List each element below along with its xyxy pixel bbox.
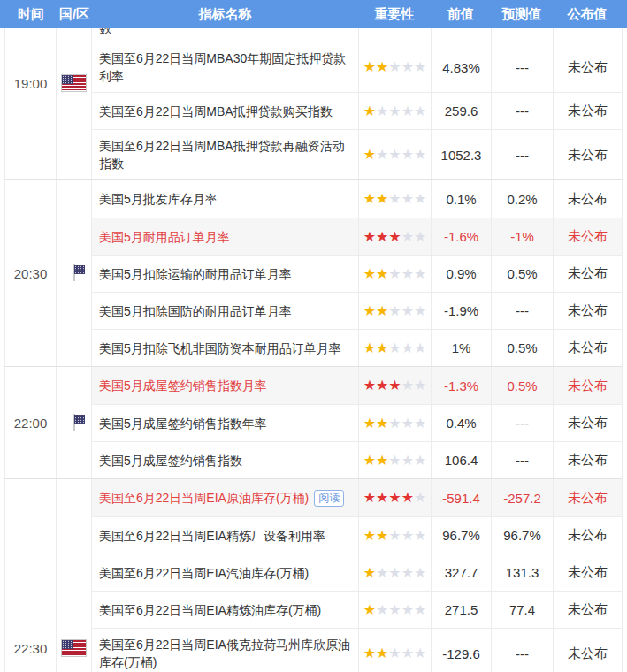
published-value-cell: 未公布: [553, 367, 622, 404]
star-icon: ★: [376, 341, 388, 355]
indicator-row[interactable]: 美国至6月22日当周MBA抵押贷款再融资活动指数★★★★★1052.3---未公…: [92, 129, 622, 179]
star-icon: ★: [388, 230, 401, 244]
previous-value: -591.4: [442, 491, 480, 506]
previous-value: -1.3%: [444, 378, 478, 393]
published-value: 未公布: [568, 564, 608, 581]
indicator-label: 美国至6月22日当周EIA汽油库存(万桶): [99, 564, 309, 582]
published-value-cell: 未公布: [553, 330, 622, 366]
star-icon: ★: [376, 416, 388, 431]
indicator-row[interactable]: 美国至6月22日当周MBA抵押贷款购买指数★★★★★259.6---未公布: [92, 92, 622, 129]
indicator-name-cell: 美国至6月22日当周EIA精炼厂设备利用率: [92, 517, 358, 554]
published-value-cell: 未公布: [553, 442, 622, 478]
indicator-rows: 数美国至6月22日当周MBA30年期固定抵押贷款利率★★★★★4.83%---未…: [92, 28, 622, 179]
star-icon: ★: [414, 267, 426, 281]
previous-value-cell: 0.9%: [431, 256, 491, 292]
indicator-row: 数: [92, 28, 622, 42]
published-value-cell: 未公布: [553, 93, 622, 129]
published-value: 未公布: [568, 191, 608, 208]
indicator-row[interactable]: 美国至6月22日当周MBA30年期固定抵押贷款利率★★★★★4.83%---未公…: [92, 42, 622, 92]
us-flag-icon: [73, 264, 75, 281]
star-icon: ★: [376, 566, 388, 580]
forecast-value: -257.2: [503, 491, 541, 506]
importance-stars: ★★★★★: [358, 180, 431, 218]
indicator-label: 美国至6月22日当周MBA抵押贷款再融资活动指数: [99, 137, 355, 172]
star-icon: ★: [401, 341, 414, 355]
star-icon: ★: [363, 416, 376, 431]
indicator-row[interactable]: 美国5月成屋签约销售指数月率★★★★★-1.3%0.5%未公布: [92, 367, 622, 404]
previous-value: 96.7%: [442, 528, 480, 543]
star-icon: ★: [376, 192, 388, 206]
col-header-country: 国/区: [57, 6, 92, 23]
indicator-row[interactable]: 美国5月扣除飞机非国防资本耐用品订单月率★★★★★1%0.5%未公布: [92, 329, 622, 366]
star-icon: ★: [376, 148, 388, 162]
indicator-row[interactable]: 美国至6月22日当周EIA汽油库存(万桶)★★★★★327.7131.3未公布: [92, 554, 622, 591]
read-badge[interactable]: 阅读: [314, 490, 344, 507]
indicator-label: 数: [99, 28, 111, 37]
time-group: 20:30美国5月批发库存月率★★★★★0.1%0.2%未公布美国5月耐用品订单…: [5, 179, 622, 366]
indicator-name-cell: 美国至6月22日当周EIA俄克拉荷马州库欣原油库存(万桶): [92, 629, 358, 672]
star-icon: ★: [388, 192, 401, 206]
star-icon: ★: [414, 148, 426, 162]
previous-value: -1.9%: [444, 303, 478, 318]
importance-stars: ★★★★★: [358, 517, 431, 554]
star-icon: ★: [401, 646, 414, 661]
star-icon: ★: [363, 148, 376, 162]
indicator-row[interactable]: 美国5月批发库存月率★★★★★0.1%0.2%未公布: [92, 180, 622, 218]
importance-stars: ★★★★★: [358, 554, 431, 591]
col-header-published: 公布值: [553, 6, 622, 23]
star-icon: ★: [376, 230, 388, 244]
star-icon: ★: [376, 267, 388, 281]
indicator-rows: 美国5月成屋签约销售指数月率★★★★★-1.3%0.5%未公布美国5月成屋签约销…: [92, 367, 622, 478]
economic-calendar-table: 时间 国/区 指标名称 重要性 前值 预测值 公布值 19:00数美国至6月22…: [0, 0, 627, 672]
indicator-row[interactable]: 美国5月成屋签约销售指数年率★★★★★0.4%---未公布: [92, 404, 622, 441]
indicator-row[interactable]: 美国至6月22日当周EIA原油库存(万桶)阅读★★★★★-591.4-257.2…: [92, 479, 622, 516]
indicator-name-cell: 美国至6月22日当周MBA抵押贷款再融资活动指数: [92, 130, 358, 179]
indicator-name-cell: 美国5月扣除国防的耐用品订单月率: [92, 293, 358, 329]
previous-value: 106.4: [445, 453, 478, 468]
indicator-name-cell: 美国至6月22日当周EIA原油库存(万桶)阅读: [92, 479, 358, 516]
previous-value-cell: 0.1%: [431, 180, 491, 218]
star-icon: ★: [388, 341, 401, 355]
indicator-label: 美国至6月22日当周EIA原油库存(万桶): [99, 489, 309, 507]
col-header-time: 时间: [5, 6, 57, 23]
indicator-name-cell: 美国5月成屋签约销售指数: [92, 442, 358, 478]
star-icon: ★: [376, 304, 388, 318]
star-icon: ★: [401, 104, 414, 118]
star-icon: ★: [401, 416, 414, 431]
col-header-forecast: 预测值: [491, 6, 553, 23]
indicator-row[interactable]: 美国至6月22日当周EIA精炼厂设备利用率★★★★★96.7%96.7%未公布: [92, 516, 622, 554]
forecast-value-cell: ---: [491, 629, 553, 672]
published-value-cell: 未公布: [553, 479, 622, 516]
star-icon: ★: [363, 603, 376, 617]
indicator-row[interactable]: 美国至6月22日当周EIA俄克拉荷马州库欣原油库存(万桶)★★★★★-129.6…: [92, 628, 622, 672]
forecast-value: 77.4: [509, 602, 535, 617]
forecast-value-cell: ---: [491, 130, 553, 179]
previous-value-cell: 106.4: [431, 442, 491, 478]
indicator-label: 美国5月扣除运输的耐用品订单月率: [99, 265, 292, 283]
star-icon: ★: [376, 646, 388, 661]
indicator-row[interactable]: 美国5月扣除国防的耐用品订单月率★★★★★-1.9%---未公布: [92, 292, 622, 329]
forecast-value-cell: ---: [491, 293, 553, 329]
star-icon: ★: [414, 341, 426, 355]
indicator-row[interactable]: 美国5月耐用品订单月率★★★★★-1.6%-1%未公布: [92, 218, 622, 255]
star-icon: ★: [388, 454, 401, 468]
importance-stars: ★★★★★: [358, 42, 431, 92]
time-label: 22:30: [5, 641, 56, 656]
indicator-row[interactable]: 美国5月成屋签约销售指数★★★★★106.4---未公布: [92, 441, 622, 478]
indicator-row[interactable]: 美国至6月22日当周EIA精炼油库存(万桶)★★★★★271.577.4未公布: [92, 591, 622, 628]
published-value-cell: 未公布: [553, 293, 622, 329]
previous-value-cell: -591.4: [431, 479, 491, 516]
published-value: 未公布: [568, 378, 608, 394]
star-icon: ★: [363, 60, 376, 74]
indicator-label: 美国至6月22日当周EIA精炼油库存(万桶): [99, 601, 321, 619]
indicator-label: 美国5月耐用品订单月率: [99, 228, 230, 246]
forecast-value: ---: [516, 646, 529, 661]
forecast-value-cell: -1%: [491, 218, 553, 255]
indicator-row[interactable]: 美国5月扣除运输的耐用品订单月率★★★★★0.9%0.5%未公布: [92, 255, 622, 292]
indicator-name-cell: 美国5月扣除运输的耐用品订单月率: [92, 256, 358, 292]
time-group: 22:30美国至6月22日当周EIA原油库存(万桶)阅读★★★★★-591.4-…: [5, 478, 622, 672]
forecast-value-cell: 0.5%: [491, 256, 553, 292]
star-icon: ★: [388, 566, 401, 580]
star-icon: ★: [388, 646, 401, 661]
star-icon: ★: [401, 603, 414, 617]
